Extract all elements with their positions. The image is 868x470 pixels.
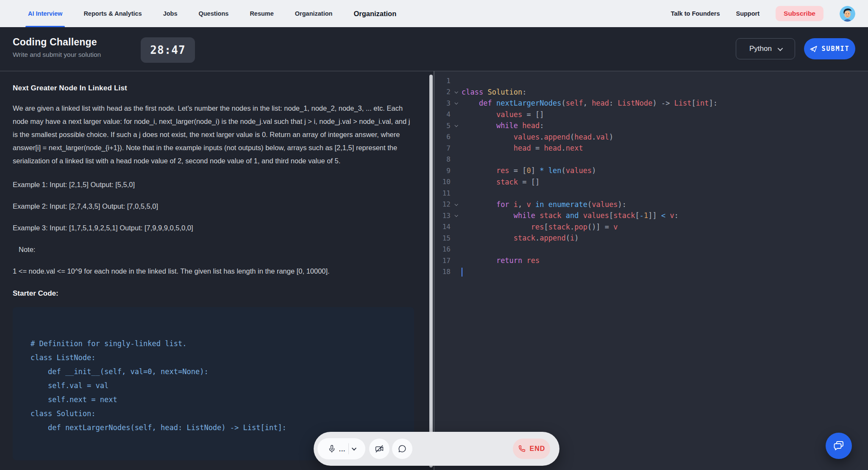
code-editor[interactable]: 12class Solution:3 def nextLargerNodes(s… — [434, 71, 868, 470]
line-number: 6 — [434, 133, 451, 141]
editor-line-13: 13 while stack and values[stack[-1]] < v… — [434, 210, 868, 221]
code-text: values.append(head.val) — [462, 133, 613, 141]
code-text: class Solution: — [462, 88, 527, 96]
editor-line-12: 12 for i, v in enumerate(values): — [434, 199, 868, 210]
code-text — [462, 267, 462, 277]
paper-plane-icon — [810, 45, 818, 53]
chat-fab-button[interactable] — [826, 433, 852, 459]
nav-item-jobs[interactable]: Jobs — [163, 0, 178, 27]
starter-code: # Definition for singly-linked list. cla… — [31, 337, 396, 435]
mic-control-group[interactable]: ... — [317, 438, 365, 459]
line-number: 3 — [434, 99, 451, 107]
editor-line-6: 6 values.append(head.val) — [434, 131, 868, 143]
nav-right: Talk to Founders Support Subscribe — [671, 0, 868, 27]
challenge-header: Coding Challenge Write and submit your s… — [0, 27, 868, 71]
nav-item-questions[interactable]: Questions — [198, 0, 228, 27]
submit-label: SUBMIT — [821, 45, 849, 53]
chat-button[interactable] — [392, 439, 412, 459]
fold-chevron-icon[interactable] — [451, 203, 462, 206]
code-text: while head: — [462, 121, 544, 130]
line-number: 1 — [434, 77, 451, 85]
chevron-down-icon — [778, 45, 783, 51]
editor-line-10: 10 stack = [] — [434, 176, 868, 188]
line-number: 15 — [434, 234, 451, 242]
page-title: Coding Challenge — [13, 36, 101, 48]
line-number: 10 — [434, 178, 451, 186]
line-number: 4 — [434, 110, 451, 118]
editor-line-1: 1 — [434, 75, 868, 87]
subscribe-button[interactable]: Subscribe — [776, 6, 823, 21]
problem-title: Next Greater Node In Linked List — [13, 84, 417, 92]
nav-link-talk-to-founders[interactable]: Talk to Founders — [671, 10, 720, 17]
editor-line-16: 16 — [434, 244, 868, 255]
nav-item-organization[interactable]: Organization — [295, 0, 333, 27]
line-number: 17 — [434, 257, 451, 265]
avatar[interactable] — [840, 6, 855, 22]
nav-item-reports-analytics[interactable]: Reports & Analytics — [83, 0, 142, 27]
line-number: 14 — [434, 223, 451, 231]
avatar-image — [840, 6, 855, 22]
example-3: Example 3: Input: [1,7,5,1,9,2,5,1] Outp… — [13, 224, 417, 232]
starter-code-label: Starter Code: — [13, 289, 417, 298]
end-call-label: END — [530, 445, 545, 453]
editor-lines: 12class Solution:3 def nextLargerNodes(s… — [434, 75, 868, 277]
text-cursor — [462, 268, 462, 277]
line-number: 11 — [434, 189, 451, 197]
line-number: 5 — [434, 122, 451, 130]
mic-separator — [348, 443, 349, 454]
editor-line-4: 4 values = [] — [434, 109, 868, 120]
end-call-button[interactable]: END — [513, 439, 550, 459]
fold-chevron-icon[interactable] — [451, 91, 462, 93]
editor-line-8: 8 — [434, 154, 868, 165]
language-select[interactable]: Python — [736, 38, 795, 59]
submit-button[interactable]: SUBMIT — [804, 38, 855, 59]
code-text: for i, v in enumerate(values): — [462, 200, 626, 209]
code-text: def nextLargerNodes(self, head: ListNode… — [462, 99, 718, 107]
line-number: 9 — [434, 167, 451, 175]
code-text: return res — [462, 256, 540, 265]
nav-item-ai-interview[interactable]: AI Interview — [28, 0, 62, 27]
fold-chevron-icon[interactable] — [451, 102, 462, 104]
line-number: 7 — [434, 144, 451, 152]
panel-scrollbar[interactable] — [429, 75, 433, 467]
double-chat-icon — [832, 439, 845, 452]
chat-bubble-icon — [398, 444, 407, 453]
editor-line-7: 7 head = head.next — [434, 143, 868, 154]
problem-panel: Next Greater Node In Linked List We are … — [0, 71, 429, 470]
fold-chevron-icon[interactable] — [451, 124, 462, 127]
editor-line-3: 3 def nextLargerNodes(self, head: ListNo… — [434, 98, 868, 109]
example-2: Example 2: Input: [2,7,4,3,5] Output: [7… — [13, 202, 417, 211]
call-control-bar: ... END — [314, 432, 559, 466]
camera-off-icon — [375, 444, 384, 453]
header-titles: Coding Challenge Write and submit your s… — [13, 36, 101, 59]
microphone-icon — [328, 445, 336, 453]
nav-link-support[interactable]: Support — [736, 10, 760, 17]
code-text: values = [] — [462, 110, 544, 119]
code-text: res[stack.pop()] = v — [462, 223, 618, 231]
editor-line-15: 15 stack.append(i) — [434, 232, 868, 244]
editor-line-17: 17 return res — [434, 255, 868, 266]
line-number: 2 — [434, 88, 451, 96]
editor-line-14: 14 res[stack.pop()] = v — [434, 221, 868, 233]
line-number: 13 — [434, 212, 451, 220]
editor-line-2: 2class Solution: — [434, 87, 868, 98]
page-subtitle: Write and submit your solution — [13, 51, 101, 59]
code-text: stack.append(i) — [462, 234, 579, 242]
nav-item-organization-bold[interactable]: Organization — [353, 0, 396, 27]
fold-chevron-icon[interactable] — [451, 214, 462, 217]
mic-more-dots: ... — [339, 445, 346, 453]
code-text: res = [0] * len(values) — [462, 166, 596, 175]
code-text: stack = [] — [462, 178, 540, 186]
editor-line-18: 18 — [434, 266, 868, 278]
problem-description: We are given a linked list with head as … — [13, 102, 417, 168]
editor-line-5: 5 while head: — [434, 120, 868, 131]
nav-items: AI InterviewReports & AnalyticsJobsQuest… — [0, 0, 396, 27]
language-value: Python — [749, 45, 772, 53]
phone-icon — [518, 445, 526, 453]
note-label: Note: — [13, 246, 417, 254]
nav-item-resume[interactable]: Resume — [250, 0, 273, 27]
code-text: head = head.next — [462, 144, 583, 152]
camera-off-button[interactable] — [369, 439, 389, 459]
mic-chevron-down-icon — [352, 446, 356, 450]
top-nav: AI InterviewReports & AnalyticsJobsQuest… — [0, 0, 868, 27]
